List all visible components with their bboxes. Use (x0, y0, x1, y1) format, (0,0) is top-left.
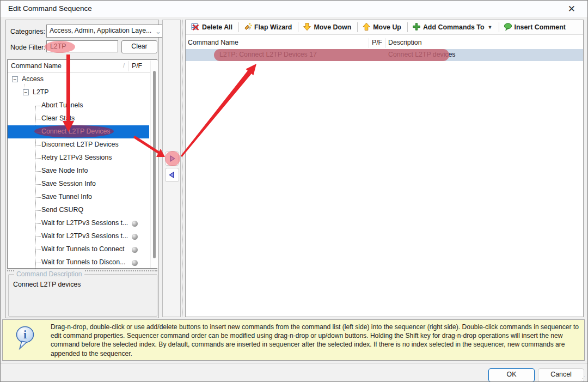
command-description-text: Connect L2TP devices (13, 281, 81, 288)
tree-item-clear-stats[interactable]: Clear Stats (8, 112, 149, 125)
tree-item-abort-tunnels[interactable]: Abort Tunnels (8, 99, 149, 112)
info-box: i Drag-n-drop, double-click or use add/d… (2, 319, 585, 361)
ok-button[interactable]: OK (488, 368, 535, 382)
pf-status-icon (132, 221, 138, 227)
collapse-icon[interactable]: − (12, 76, 18, 82)
chevron-down-icon[interactable]: ▼ (488, 25, 493, 30)
tree-connector (35, 158, 41, 159)
tree-item-label: Retry L2TPv3 Sessions (41, 154, 112, 161)
remove-from-sequencer-button[interactable] (165, 168, 179, 182)
sequencer-toolbar: Delete AllFlap WizardMove DownMove UpAdd… (186, 20, 583, 35)
tree-item-label: L2TP (33, 88, 49, 96)
sequencer-command-name: L2TP: Connect L2TP Devices 17 (219, 51, 317, 58)
tree-connector (35, 145, 41, 145)
tree-item-send-csurq[interactable]: Send CSURQ (8, 204, 149, 217)
tree-item-access[interactable]: −Access (8, 73, 149, 86)
toolbar-button-label: Add Commands To (423, 23, 485, 31)
tree-connector (35, 106, 41, 106)
close-icon[interactable]: ✕ (568, 3, 575, 15)
delete-all-button[interactable]: Delete All (189, 21, 236, 34)
info-text: Drag-n-drop, double-click or use add/del… (51, 323, 580, 358)
tree-item-save-session-info[interactable]: Save Session Info (8, 178, 149, 191)
column-description[interactable]: Description (388, 39, 422, 46)
footer-bar: OK Cancel (1, 363, 587, 382)
tree-connector (35, 210, 41, 211)
vertical-splitter[interactable] (182, 20, 183, 317)
tree-item-label: Access (22, 75, 44, 83)
add-to-sequencer-button[interactable] (165, 151, 179, 166)
flap-wizard-icon (243, 22, 252, 33)
svg-text:i: i (23, 329, 27, 341)
tree-item-label: Wait for L2TPv3 Sessions t... (41, 219, 128, 227)
tree-item-label: Abort Tunnels (41, 101, 83, 109)
tree-item-retry-l2tpv3-sessions[interactable]: Retry L2TPv3 Sessions (8, 151, 149, 165)
column-command-name[interactable]: Command Name (188, 39, 238, 46)
scrollbar-thumb[interactable] (153, 71, 156, 258)
command-description-group: Command Description Connect L2TP devices (8, 274, 157, 317)
node-filter-input[interactable]: L2TP (46, 40, 118, 52)
sort-ascending-icon: / (123, 62, 125, 69)
tree-item-label: Wait for Tunnels to Connect (41, 245, 124, 253)
command-description-title: Command Description (14, 270, 84, 278)
node-filter-label: Node Filter: (10, 44, 46, 51)
tree-item-disconnect-l2tp-devices[interactable]: Disconnect L2TP Devices (8, 138, 149, 151)
toolbar-button-label: Delete All (202, 23, 232, 31)
tree-item-save-tunnel-info[interactable]: Save Tunnel Info (8, 191, 149, 204)
toolbar-button-label: Move Down (314, 23, 351, 31)
tree-item-wait-for-l2tpv3-sessions-t[interactable]: Wait for L2TPv3 Sessions t... (8, 217, 149, 230)
tree-item-wait-for-l2tpv3-sessions-t[interactable]: Wait for L2TPv3 Sessions t... (8, 230, 149, 243)
tree-item-label: Send CSURQ (41, 206, 83, 214)
dialog-title: Edit Command Sequence (8, 4, 92, 13)
column-divider (385, 38, 385, 48)
categories-value: Access, Admin, Application Laye... (50, 27, 151, 34)
move-down-button[interactable]: Move Down (301, 21, 355, 34)
toolbar-button-label: Insert Comment (514, 23, 566, 31)
tree-header[interactable]: Command Name / P/F (8, 60, 157, 73)
collapse-icon[interactable]: − (23, 89, 29, 95)
resize-grip[interactable]: ⋰ (580, 376, 585, 381)
tree-item-wait-for-tunnels-to-discon[interactable]: Wait for Tunnels to Discon... (8, 256, 149, 269)
tree-item-wait-for-tunnels-to-connect[interactable]: Wait for Tunnels to Connect (8, 243, 149, 256)
column-divider (128, 61, 129, 71)
insert-comment-icon (504, 22, 512, 33)
toolbar-button-label: Move Up (373, 23, 401, 31)
transfer-button-strip (162, 20, 181, 317)
sequencer-panel: Delete AllFlap WizardMove DownMove UpAdd… (185, 20, 584, 317)
move-up-button[interactable]: Move Up (360, 21, 405, 34)
flap-wizard-button[interactable]: Flap Wizard (241, 21, 296, 34)
tree-item-label: Save Node Info (41, 167, 88, 174)
toolbar-separator (407, 22, 408, 32)
tree-item-label: Save Session Info (41, 180, 96, 187)
node-filter-value: L2TP (50, 43, 66, 50)
pf-status-icon (132, 260, 138, 266)
toolbar-separator (499, 22, 499, 32)
tree-item-label: Save Tunnel Info (41, 193, 92, 201)
tree-header-pf[interactable]: P/F (132, 62, 142, 70)
tree-item-connect-l2tp-devices[interactable]: Connect L2TP Devices (8, 125, 149, 138)
tree-item-label: Wait for Tunnels to Discon... (41, 258, 125, 266)
tree-scrollbar[interactable] (150, 60, 158, 268)
tree-connector (35, 237, 41, 237)
clear-button[interactable]: Clear (121, 40, 157, 53)
pf-status-icon (132, 234, 138, 240)
cancel-button[interactable]: Cancel (538, 368, 584, 382)
sequencer-row[interactable]: L2TP: Connect L2TP Devices 17Connect L2T… (186, 49, 583, 61)
tree-item-save-node-info[interactable]: Save Node Info (8, 165, 149, 178)
column-divider (369, 38, 369, 48)
tree-item-label: Disconnect L2TP Devices (41, 141, 119, 148)
pf-status-icon (132, 247, 138, 253)
tree-header-command-name[interactable]: Command Name (11, 62, 62, 70)
sequencer-table-header[interactable]: Command Name P/F Description (186, 37, 583, 50)
column-pf[interactable]: P/F (372, 39, 382, 46)
move-down-icon (303, 22, 311, 33)
categories-dropdown[interactable]: Access, Admin, Application Laye... ⌄ (46, 25, 163, 38)
tree-item-l2tp[interactable]: −L2TP (8, 86, 149, 99)
add-commands-icon (412, 22, 421, 33)
tree-item-label: Wait for L2TPv3 Sessions t... (41, 232, 128, 240)
sequencer-description: Connect L2TP devices (388, 51, 456, 58)
toolbar-separator (238, 22, 239, 32)
tree-item-label: Clear Stats (41, 114, 75, 122)
insert-comment-button[interactable]: Insert Comment (501, 21, 569, 34)
tree-connector (35, 184, 41, 185)
add-commands-to-button[interactable]: Add Commands To▼ (410, 21, 497, 34)
